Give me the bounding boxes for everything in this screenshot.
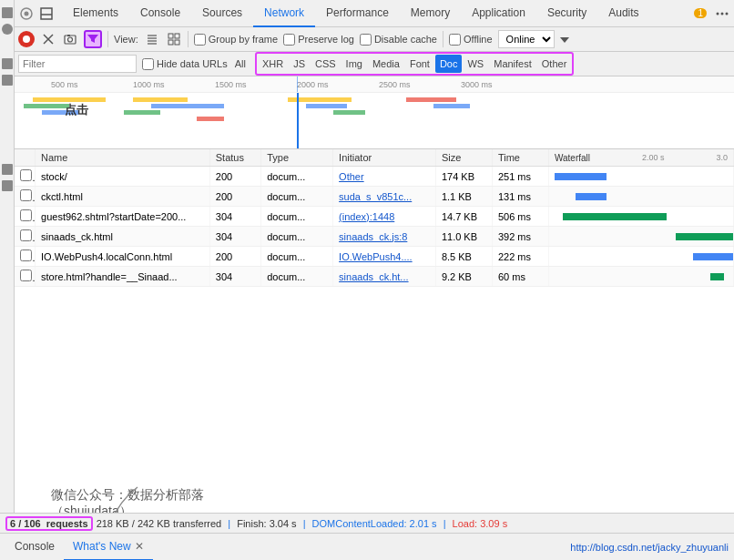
left-panel bbox=[0, 0, 15, 560]
table-row[interactable]: ckctl.html 200 docum... suda_s_v851c... … bbox=[15, 187, 734, 207]
svg-rect-19 bbox=[175, 34, 179, 38]
chart-bar-2 bbox=[24, 104, 69, 108]
type-filter-doc[interactable]: Doc bbox=[435, 55, 463, 73]
row-type-3: docum... bbox=[261, 227, 333, 247]
record-button[interactable] bbox=[18, 31, 35, 47]
row-initiator-3[interactable]: sinaads_ck.js:8 bbox=[333, 227, 436, 247]
table-row[interactable]: stock/ 200 docum... Other 174 KB 251 ms bbox=[15, 167, 734, 187]
table-row[interactable]: guest962.shtml?startDate=200... 304 docu… bbox=[15, 207, 734, 227]
row-time-1: 131 ms bbox=[492, 187, 548, 207]
tab-sources[interactable]: Sources bbox=[191, 0, 253, 27]
th-initiator[interactable]: Initiator bbox=[333, 149, 436, 167]
th-type[interactable]: Type bbox=[261, 149, 333, 167]
bottom-tab-whats-new[interactable]: What's New ✕ bbox=[64, 534, 153, 561]
th-status[interactable]: Status bbox=[209, 149, 260, 167]
row-checkbox-4[interactable] bbox=[15, 247, 36, 267]
row-initiator-4[interactable]: IO.WebPush4.... bbox=[333, 247, 436, 267]
row-status-3: 304 bbox=[209, 227, 260, 247]
left-icon-4[interactable] bbox=[2, 75, 13, 86]
table-row[interactable]: store.html?handle=__Sinaad... 304 docum.… bbox=[15, 267, 734, 287]
throttle-select[interactable]: Online bbox=[498, 30, 555, 48]
timeline-cursor bbox=[297, 76, 298, 92]
throttle-dropdown-icon[interactable] bbox=[560, 34, 569, 45]
type-filter-other[interactable]: Other bbox=[537, 55, 572, 73]
left-icon-5[interactable] bbox=[2, 164, 13, 175]
network-toolbar: View: Group by frame Preserve log bbox=[15, 27, 734, 52]
offline-checkbox[interactable] bbox=[449, 34, 461, 46]
table-row[interactable]: IO.WebPush4.localConn.html 200 docum... … bbox=[15, 247, 734, 267]
hide-data-urls-checkbox[interactable] bbox=[142, 58, 154, 70]
th-name[interactable]: Name bbox=[36, 149, 210, 167]
row-initiator-2[interactable]: (index):1448 bbox=[333, 207, 436, 227]
status-divider-2: | bbox=[301, 518, 309, 529]
row-type-1: docum... bbox=[261, 187, 333, 207]
svg-rect-18 bbox=[168, 34, 173, 38]
row-initiator-1[interactable]: suda_s_v851c... bbox=[333, 187, 436, 207]
row-waterfall-1 bbox=[548, 187, 733, 207]
filter-input[interactable] bbox=[18, 55, 137, 73]
camera-button[interactable] bbox=[62, 31, 78, 47]
preserve-log-label[interactable]: Preserve log bbox=[283, 34, 354, 46]
disable-cache-label[interactable]: Disable cache bbox=[360, 34, 437, 46]
type-filter-manifest[interactable]: Manifest bbox=[489, 55, 536, 73]
type-filter-ws[interactable]: WS bbox=[463, 55, 488, 73]
row-checkbox-5[interactable] bbox=[15, 267, 36, 287]
tab-performance[interactable]: Performance bbox=[315, 0, 400, 27]
clear-button[interactable] bbox=[40, 31, 56, 47]
close-whats-new-button[interactable]: ✕ bbox=[135, 540, 144, 553]
tab-console[interactable]: Console bbox=[129, 0, 191, 27]
tab-memory[interactable]: Memory bbox=[400, 0, 461, 27]
group-by-frame-label[interactable]: Group by frame bbox=[194, 34, 278, 46]
row-initiator-0[interactable]: Other bbox=[333, 167, 436, 187]
svg-point-4 bbox=[717, 12, 719, 15]
row-checkbox-3[interactable] bbox=[15, 227, 36, 247]
row-initiator-5[interactable]: sinaads_ck.ht... bbox=[333, 267, 436, 287]
tab-network[interactable]: Network bbox=[253, 0, 315, 27]
all-filter-label[interactable]: All bbox=[235, 58, 246, 69]
ruler-mark-3: 1500 ms bbox=[215, 80, 247, 89]
load-text: Load: 3.09 s bbox=[453, 518, 508, 529]
row-name-4: IO.WebPush4.localConn.html bbox=[36, 247, 210, 267]
th-waterfall[interactable]: Waterfall 2.00 s 3.0 bbox=[548, 149, 733, 167]
row-checkbox-0[interactable] bbox=[15, 167, 36, 187]
type-filter-media[interactable]: Media bbox=[368, 55, 404, 73]
row-status-5: 304 bbox=[209, 267, 260, 287]
table-row[interactable]: sinaads_ck.html 304 docum... sinaads_ck.… bbox=[15, 227, 734, 247]
view-grid-button[interactable] bbox=[166, 31, 182, 47]
group-by-frame-checkbox[interactable] bbox=[194, 34, 206, 46]
bottom-tab-console-label: Console bbox=[15, 540, 55, 553]
type-filter-css[interactable]: CSS bbox=[311, 55, 341, 73]
tab-audits[interactable]: Audits bbox=[597, 0, 649, 27]
tab-elements[interactable]: Elements bbox=[62, 0, 129, 27]
th-time[interactable]: Time bbox=[492, 149, 548, 167]
csdn-link[interactable]: http://blog.csdn.net/jacky_zhuyuanli bbox=[570, 542, 729, 553]
dom-loaded-text: DOMContentLoaded: 2.01 s bbox=[312, 518, 437, 529]
type-filter-xhr[interactable]: XHR bbox=[258, 55, 288, 73]
network-table: Name Status Type Initiator Size Time Wat… bbox=[15, 149, 734, 287]
type-filter-img[interactable]: Img bbox=[342, 55, 367, 73]
offline-label[interactable]: Offline bbox=[449, 34, 493, 46]
dock-icon[interactable] bbox=[38, 5, 55, 22]
row-checkbox-2[interactable] bbox=[15, 207, 36, 227]
preserve-log-checkbox[interactable] bbox=[283, 34, 295, 46]
bottom-tab-whats-new-label: What's New bbox=[73, 540, 131, 553]
row-time-2: 506 ms bbox=[492, 207, 548, 227]
devtools-logo-icon bbox=[18, 5, 35, 22]
view-list-button[interactable] bbox=[144, 31, 160, 47]
filter-button[interactable] bbox=[84, 30, 102, 48]
th-size[interactable]: Size bbox=[435, 149, 492, 167]
left-icon-3[interactable] bbox=[2, 58, 13, 69]
left-icon-1[interactable] bbox=[2, 7, 13, 18]
type-filter-font[interactable]: Font bbox=[405, 55, 434, 73]
type-filter-js[interactable]: JS bbox=[289, 55, 310, 73]
bottom-tab-console[interactable]: Console bbox=[5, 534, 64, 561]
svg-point-1 bbox=[25, 11, 29, 15]
hide-data-urls-label[interactable]: Hide data URLs bbox=[142, 58, 228, 70]
disable-cache-checkbox[interactable] bbox=[360, 34, 372, 46]
left-icon-2[interactable] bbox=[2, 24, 13, 35]
row-checkbox-1[interactable] bbox=[15, 187, 36, 207]
tab-security[interactable]: Security bbox=[536, 0, 597, 27]
left-icon-6[interactable] bbox=[2, 180, 13, 191]
tab-application[interactable]: Application bbox=[461, 0, 536, 27]
more-options-icon[interactable] bbox=[714, 5, 730, 22]
